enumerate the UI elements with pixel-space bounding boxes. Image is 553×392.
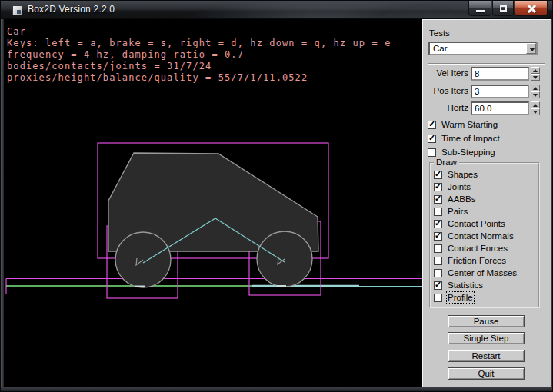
arrow-down-icon bbox=[533, 76, 538, 79]
spinner-up-button[interactable] bbox=[531, 101, 540, 108]
title-bar[interactable]: Box2D Version 2.2.0 bbox=[1, 1, 553, 19]
checkbox-box[interactable]: ✓ bbox=[428, 121, 436, 129]
tests-dropdown-value: Car bbox=[433, 44, 448, 53]
check-mark: ✓ bbox=[435, 280, 441, 290]
checkbox-label: Contact Forces bbox=[448, 244, 508, 253]
restart-button[interactable]: Restart bbox=[448, 350, 525, 362]
hertz-label: Hertz bbox=[423, 103, 468, 112]
arrow-down-icon bbox=[533, 111, 538, 114]
checkbox-label: AABBs bbox=[448, 194, 475, 204]
pos-iters-input[interactable] bbox=[471, 85, 529, 98]
hertz-input[interactable] bbox=[471, 101, 529, 115]
check-mark: ✓ bbox=[435, 181, 441, 191]
checkbox-label: Contact Normals bbox=[448, 231, 514, 241]
dropdown-arrow-button[interactable] bbox=[526, 43, 536, 54]
spinner-up-button[interactable] bbox=[531, 67, 540, 74]
checkbox-box[interactable]: ✓ bbox=[434, 171, 442, 179]
pos-iters-row: Pos Iters bbox=[423, 85, 551, 98]
vel-iters-input[interactable] bbox=[471, 67, 529, 81]
frequency-text: frequency = 4 hz, damping ratio = 0.7 bbox=[7, 49, 244, 60]
spinner-up-button[interactable] bbox=[531, 85, 540, 91]
vel-iters-row: Vel Iters bbox=[423, 67, 551, 81]
chevron-down-icon bbox=[529, 48, 535, 51]
quit-button[interactable]: Quit bbox=[448, 367, 525, 380]
separator bbox=[428, 63, 545, 65]
vel-iters-spinner bbox=[531, 67, 540, 81]
control-panel: Tests Car Vel Iters Pos Iters Hertz bbox=[422, 19, 551, 387]
close-icon bbox=[527, 4, 536, 13]
check-mark: ✓ bbox=[435, 218, 441, 228]
checkbox-box[interactable] bbox=[428, 148, 436, 157]
window-title: Box2D Version 2.2.0 bbox=[28, 4, 115, 15]
spinner-down-button[interactable] bbox=[531, 91, 540, 98]
minimize-icon bbox=[476, 10, 485, 12]
hertz-row: Hertz bbox=[423, 101, 551, 115]
checkbox-label: Warm Starting bbox=[441, 120, 498, 129]
close-button[interactable] bbox=[515, 1, 548, 16]
checkbox-box[interactable]: ✓ bbox=[434, 232, 442, 241]
vel-iters-label: Vel Iters bbox=[423, 68, 468, 78]
stats-bodies-text: bodies/contacts/joints = 31/7/24 bbox=[7, 61, 212, 71]
checkbox-label: Shapes bbox=[448, 170, 478, 179]
tests-label: Tests bbox=[429, 28, 450, 38]
pos-iters-spinner bbox=[531, 85, 540, 98]
check-mark: ✓ bbox=[435, 194, 441, 204]
window-border-bottom bbox=[1, 387, 553, 392]
checkbox-box[interactable] bbox=[434, 294, 442, 302]
checkbox-label: Sub-Stepping bbox=[441, 148, 495, 157]
checkbox-box[interactable]: ✓ bbox=[434, 220, 442, 228]
checkbox-box[interactable] bbox=[434, 208, 442, 216]
checkbox-box[interactable]: ✓ bbox=[434, 281, 442, 290]
maximize-button[interactable] bbox=[492, 1, 514, 16]
checkbox-label: Joints bbox=[448, 182, 471, 191]
checkbox-box[interactable]: ✓ bbox=[434, 195, 442, 204]
simulation-canvas[interactable]: Car Keys: left = a, brake = s, right = d… bbox=[4, 19, 422, 387]
checkbox-label: Contact Points bbox=[448, 219, 505, 228]
checkbox-label: Center of Masses bbox=[448, 268, 517, 277]
maximize-icon bbox=[500, 5, 507, 12]
checkbox-label: Time of Impact bbox=[441, 134, 500, 143]
arrow-up-icon bbox=[533, 69, 538, 72]
test-title-text: Car bbox=[7, 26, 26, 37]
arrow-up-icon bbox=[533, 87, 538, 90]
check-mark: ✓ bbox=[435, 231, 441, 241]
arrow-up-icon bbox=[533, 104, 538, 107]
single-step-button[interactable]: Single Step bbox=[448, 332, 525, 344]
checkbox-label: Profile bbox=[448, 293, 473, 302]
checkbox-box[interactable] bbox=[434, 244, 442, 253]
app-window: Box2D Version 2.2.0 bbox=[0, 0, 553, 392]
debug-draw-layer: Car Keys: left = a, brake = s, right = d… bbox=[4, 19, 422, 387]
pos-iters-label: Pos Iters bbox=[423, 86, 468, 95]
checkbox-box[interactable]: ✓ bbox=[434, 183, 442, 191]
spinner-down-button[interactable] bbox=[531, 74, 540, 81]
app-icon bbox=[12, 5, 22, 15]
arrow-down-icon bbox=[533, 94, 538, 97]
checkbox-box[interactable] bbox=[434, 257, 442, 265]
checkbox-box[interactable]: ✓ bbox=[428, 135, 436, 143]
hertz-spinner bbox=[531, 101, 540, 115]
minimize-button[interactable] bbox=[468, 1, 491, 16]
draw-group-label: Draw bbox=[434, 158, 459, 167]
checkbox-box[interactable] bbox=[434, 269, 442, 277]
pause-button[interactable]: Pause bbox=[448, 315, 525, 327]
draw-group: Draw ✓ Shapes ✓ Joints ✓ AABBs Pairs ✓ C… bbox=[429, 162, 540, 308]
checkbox-label: Statistics bbox=[448, 281, 483, 290]
spinner-down-button[interactable] bbox=[531, 108, 540, 115]
stats-proxies-text: proxies/height/balance/quality = 55/7/1/… bbox=[7, 72, 308, 83]
checkbox-label: Pairs bbox=[448, 207, 468, 216]
check-mark: ✓ bbox=[428, 133, 435, 143]
checkbox-label: Friction Forces bbox=[448, 256, 506, 265]
check-mark: ✓ bbox=[435, 169, 441, 179]
tests-dropdown[interactable]: Car bbox=[428, 42, 538, 55]
check-mark: ✓ bbox=[428, 119, 435, 129]
keys-help-text: Keys: left = a, brake = s, right = d, hz… bbox=[7, 38, 391, 48]
